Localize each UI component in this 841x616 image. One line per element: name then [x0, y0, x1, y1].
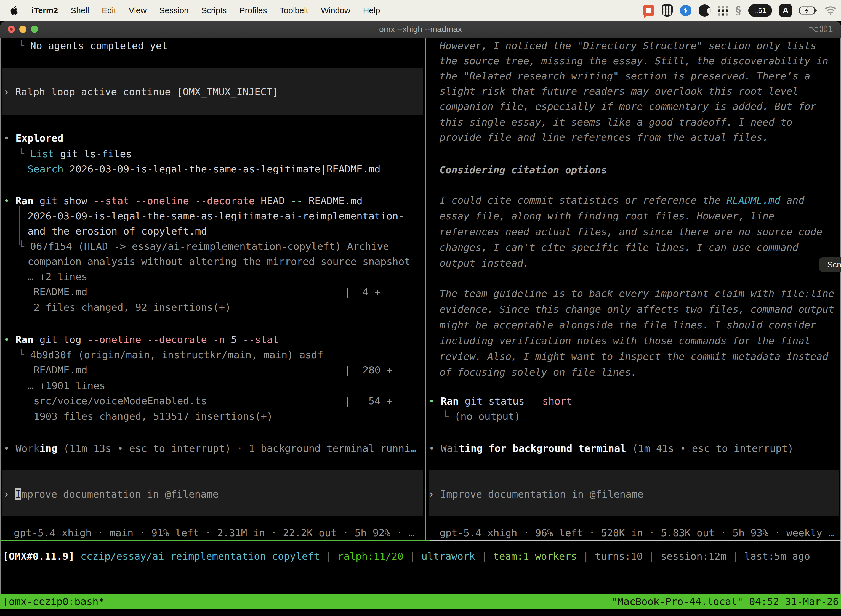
terminal-line-right: review. Also, I might want to inspect th… [440, 349, 828, 364]
terminal-line-right: including verification notes with those … [440, 333, 810, 349]
menu-item-shell[interactable]: Shell [70, 6, 89, 15]
terminal-line-left: › Improve documentation in @filename [3, 486, 218, 502]
terminal-line-right: this single essay, it seems like a good … [440, 114, 793, 130]
window-shortcut-badge: ⌥⌘1 [809, 24, 833, 35]
terminal-line-left: └ List git ls-files [18, 146, 132, 162]
assistant-badge[interactable]: A [779, 4, 792, 17]
screen-record-icon[interactable] [643, 5, 655, 16]
terminal-line-left: | 4 + [344, 284, 381, 300]
terminal-line-left: 1903 files changed, 513517 insertions(+) [28, 408, 273, 424]
terminal-line-left: › Ralph loop active continue [OMX_TMUX_I… [3, 84, 278, 100]
terminal-line-right: changes, I can't cite specific file line… [440, 239, 798, 255]
terminal-line-left: | 54 + [344, 393, 393, 409]
terminal-line-right: companion file, especially if more comme… [440, 98, 816, 114]
terminal-line-left: • Explored [4, 130, 63, 146]
menu-item-help[interactable]: Help [363, 6, 380, 15]
terminal-line-right: the "Related research writing" section i… [440, 68, 810, 84]
terminal-line-left: and-the-erosion-of-copyleft.md [28, 223, 207, 239]
menu-item-view[interactable]: View [129, 6, 147, 15]
menu-item-scripts[interactable]: Scripts [201, 6, 227, 15]
tmux-host-time: "MacBook-Pro-44.local" 04:52 31-Mar-26 [611, 594, 841, 609]
terminal-line-right: However, I noticed the "Directory Struct… [440, 38, 816, 54]
terminal-line-right: › Improve documentation in @filename [428, 486, 643, 502]
messenger-icon[interactable] [680, 5, 692, 16]
menu-bar: iTerm2ShellEditViewSessionScriptsProfile… [0, 0, 841, 21]
terminal-line-right: • Ran git status --short [429, 393, 572, 409]
terminal-content: └ No agents completed yet› Ralph loop ac… [0, 38, 841, 594]
tmux-status-bar: [omx-cczip0:bash* "MacBook-Pro-44.local"… [0, 594, 841, 609]
terminal-line-right: output instead. [440, 255, 529, 271]
omx-status-row: [OMX#0.11.9] cczip/essay/ai-reimplementa… [3, 549, 810, 564]
battery-icon[interactable] [799, 6, 817, 15]
terminal-line-right: slight risk that future readers may over… [440, 84, 798, 99]
terminal-line-left: └ 067f154 (HEAD -> essay/ai-reimplementa… [18, 238, 389, 254]
pane-divider[interactable] [425, 38, 426, 540]
terminal-line-left: companion analysis without altering the … [28, 254, 410, 269]
window-left-edge [0, 38, 0, 595]
terminal-line-right: The team guideline is to back every impo… [440, 286, 834, 301]
terminal-line-right: the source tree, missing the essay. Stil… [440, 53, 828, 69]
terminal-line-right: └ (no output) [442, 408, 520, 424]
pie-icon[interactable] [699, 4, 711, 16]
terminal-line-left: … +1901 lines [28, 378, 105, 393]
terminal-line-right: evidence. Since this change only affects… [440, 301, 834, 317]
terminal-line-right: Considering citation options [440, 162, 607, 178]
terminal-line-left: README.md [28, 362, 88, 378]
terminal-line-left: … +2 lines [28, 269, 88, 285]
terminal-line-left: • Ran git log --oneline --decorate -n 5 … [4, 332, 279, 348]
pane-top-border [0, 38, 841, 38]
terminal-line-left: 2 files changed, 92 insertions(+) [28, 299, 231, 315]
menu-items: iTerm2ShellEditViewSessionScriptsProfile… [0, 6, 380, 15]
menu-item-toolbelt[interactable]: Toolbelt [280, 6, 308, 15]
screen-share-overlay[interactable]: Scre [819, 258, 841, 272]
terminal-line-left: 2026-03-09-is-legal-the-same-as-legitima… [28, 208, 404, 224]
left-pane-bottom-border [0, 540, 429, 541]
terminal-line-left: └ No agents completed yet [18, 38, 168, 54]
shield-icon[interactable] [662, 4, 673, 16]
menu-item-profiles[interactable]: Profiles [239, 6, 267, 15]
terminal-line-right: essay file, along with finding root file… [440, 208, 775, 224]
battery-percent-badge[interactable]: ..61 [748, 4, 772, 17]
terminal-line-left: src/voice/voiceModeEnabled.ts [28, 393, 207, 409]
menu-status-icons: § ..61 A [643, 4, 841, 17]
window-title-bar: omx --xhigh --madmax ⌥⌘1 [0, 21, 841, 38]
terminal-line-left: • Ran git show --stat --oneline --decora… [4, 193, 363, 209]
terminal-line-left: • Working (11m 13s • esc to interrupt) ·… [4, 440, 416, 456]
terminal-line-right: might be acceptable alongside the file l… [440, 317, 816, 333]
terminal-line-left: | 280 + [344, 362, 393, 378]
terminal-line-left: gpt-5.4 xhigh · main · 91% left · 2.31M … [14, 525, 415, 541]
window-title: omx --xhigh --madmax [0, 25, 841, 34]
menu-item-session[interactable]: Session [159, 6, 189, 15]
terminal-line-left: README.md [28, 284, 88, 300]
tmux-session-label: [omx-cczip0:bash* [0, 594, 104, 609]
terminal-line-left: └ 4b9d30f (origin/main, instructkr/main,… [18, 347, 323, 363]
apple-menu-icon[interactable] [10, 6, 19, 15]
dots-grid-icon[interactable] [718, 6, 728, 16]
window-bottom-edge [0, 609, 841, 616]
menu-item-window[interactable]: Window [321, 6, 350, 15]
menu-item-iterm2[interactable]: iTerm2 [31, 6, 58, 15]
terminal-line-right: I could cite commit statistics or refere… [440, 192, 804, 208]
snake-icon[interactable]: § [736, 5, 741, 16]
wifi-icon[interactable] [825, 6, 837, 15]
terminal-line-left: Search 2026-03-09-is-legal-the-same-as-l… [28, 161, 381, 177]
right-pane-bottom-border [429, 540, 841, 541]
terminal-line-right: of focusing solely on file lines. [440, 364, 637, 380]
terminal-line-right: gpt-5.4 xhigh · 96% left · 520K in · 5.8… [440, 525, 834, 541]
menu-item-edit[interactable]: Edit [102, 6, 116, 15]
terminal-line-right: references need actual files, and since … [440, 224, 822, 239]
terminal-line-right: provide file and line references from th… [440, 129, 768, 145]
terminal-line-right: • Waiting for background terminal (1m 41… [429, 440, 794, 456]
